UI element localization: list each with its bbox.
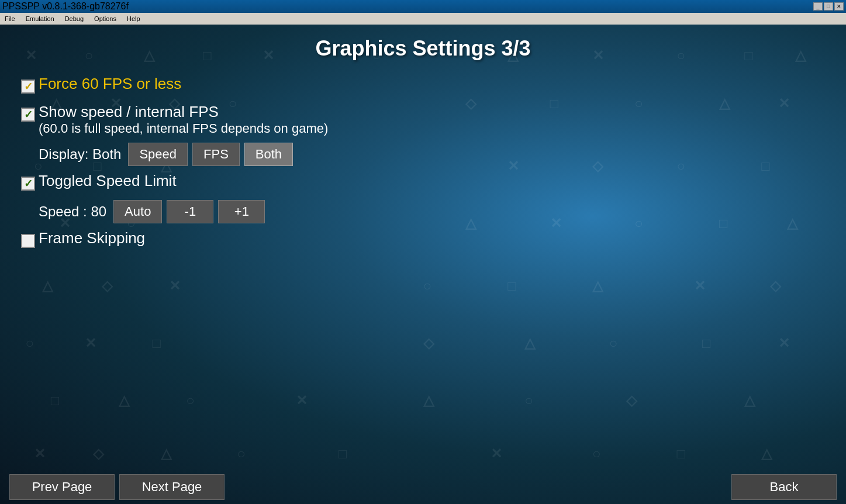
bottom-left-buttons: Prev Page Next Page: [9, 474, 225, 500]
show-speed-checkbox-wrapper: [18, 104, 39, 125]
force-60fps-checkbox-wrapper: [18, 76, 39, 97]
show-speed-content: Show speed / internal FPS (60.0 is full …: [39, 103, 328, 137]
title-bar-text: PPSSPP v0.8.1-368-gb78276f: [2, 1, 129, 12]
menu-options[interactable]: Options: [92, 14, 119, 23]
speed-controls: Speed : 80 Auto -1 +1: [39, 200, 828, 223]
title-bar: PPSSPP v0.8.1-368-gb78276f _ □ ✕: [0, 0, 846, 13]
frame-skipping-row: Frame Skipping: [18, 229, 828, 251]
menu-file[interactable]: File: [2, 14, 18, 23]
title-bar-buttons: _ □ ✕: [813, 2, 844, 11]
show-speed-label: Show speed / internal FPS: [39, 103, 328, 121]
menu-emulation[interactable]: Emulation: [23, 14, 57, 23]
main-content: Graphics Settings 3/3 Force 60 FPS or le…: [0, 25, 846, 504]
minus-one-button[interactable]: -1: [167, 200, 213, 223]
minimize-button[interactable]: _: [813, 2, 823, 11]
show-speed-sublabel: (60.0 is full speed, internal FPS depend…: [39, 121, 328, 136]
speed-button[interactable]: Speed: [128, 143, 188, 166]
speed-value-label: Speed : 80: [39, 203, 106, 220]
display-label: Display: Both: [39, 146, 121, 163]
menu-debug[interactable]: Debug: [63, 14, 86, 23]
fps-button[interactable]: FPS: [192, 143, 240, 166]
force-60fps-row: Force 60 FPS or less: [18, 75, 828, 97]
display-controls: Display: Both Speed FPS Both: [39, 143, 828, 166]
plus-one-button[interactable]: +1: [218, 200, 265, 223]
frame-skipping-checkbox[interactable]: [21, 234, 35, 248]
auto-button[interactable]: Auto: [113, 200, 162, 223]
speed-limit-checkbox[interactable]: [21, 177, 35, 191]
next-page-button[interactable]: Next Page: [119, 474, 225, 500]
force-60fps-checkbox[interactable]: [21, 80, 35, 94]
back-button[interactable]: Back: [731, 474, 837, 500]
close-button[interactable]: ✕: [834, 2, 844, 11]
page-title: Graphics Settings 3/3: [18, 36, 828, 61]
prev-page-button[interactable]: Prev Page: [9, 474, 115, 500]
menu-bar: File Emulation Debug Options Help: [0, 13, 846, 25]
frame-skipping-label: Frame Skipping: [39, 229, 145, 247]
speed-limit-row: Toggled Speed Limit: [18, 172, 828, 194]
speed-limit-label: Toggled Speed Limit: [39, 172, 177, 190]
bottom-bar: Prev Page Next Page Back: [0, 470, 846, 504]
maximize-button[interactable]: □: [824, 2, 833, 11]
frame-skipping-checkbox-wrapper: [18, 230, 39, 251]
force-60fps-label: Force 60 FPS or less: [39, 75, 181, 93]
show-speed-row: Show speed / internal FPS (60.0 is full …: [18, 103, 828, 137]
speed-limit-checkbox-wrapper: [18, 173, 39, 194]
both-button[interactable]: Both: [244, 143, 293, 166]
menu-help[interactable]: Help: [125, 14, 143, 23]
show-speed-checkbox[interactable]: [21, 108, 35, 122]
